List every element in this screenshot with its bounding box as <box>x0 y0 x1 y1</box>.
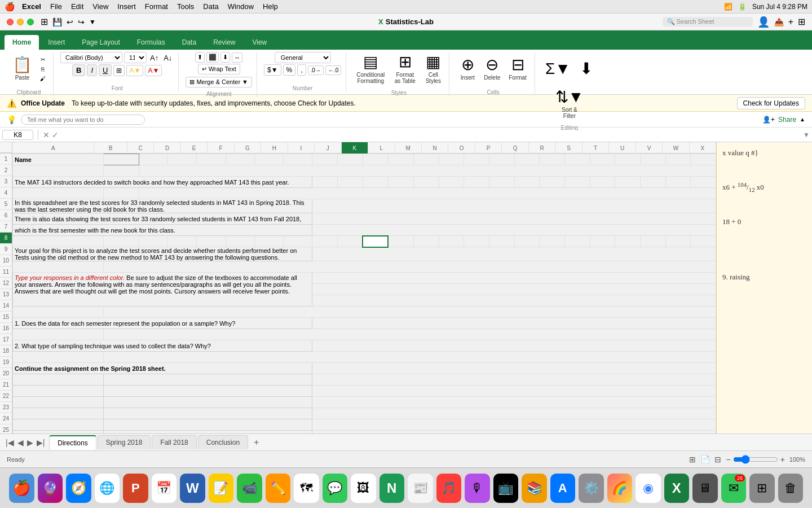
cell-a25[interactable] <box>13 431 104 434</box>
underline-button[interactable]: U <box>99 64 112 76</box>
cell-a24[interactable] <box>13 419 104 431</box>
row-header-16[interactable]: 16 <box>0 323 12 334</box>
cell-v1[interactable] <box>640 154 665 165</box>
col-header-k[interactable]: K <box>342 142 368 154</box>
font-grow-icon[interactable]: A↑ <box>148 53 160 63</box>
tab-formulas[interactable]: Formulas <box>129 35 173 50</box>
cell-m3[interactable] <box>413 177 439 188</box>
col-header-g[interactable]: G <box>235 142 261 154</box>
cell-a16[interactable] <box>13 329 104 340</box>
col-header-i[interactable]: I <box>288 142 315 154</box>
cell-a15-content[interactable]: 1. Does the data for each semester repre… <box>13 318 312 329</box>
cut-button[interactable]: ✂ <box>37 55 48 64</box>
cell-b8[interactable] <box>104 236 139 247</box>
confirm-formula-icon[interactable]: ✓ <box>52 130 59 139</box>
cell-a22[interactable] <box>13 397 104 408</box>
bold-button[interactable]: B <box>72 64 85 76</box>
cell-u8[interactable] <box>615 236 641 247</box>
cell-w8[interactable] <box>665 236 691 247</box>
tab-home[interactable]: Home <box>5 35 39 50</box>
row-header-24[interactable]: 24 <box>0 413 12 424</box>
col-header-c[interactable]: C <box>127 142 154 154</box>
page-break-view-icon[interactable]: ⊟ <box>714 455 721 464</box>
cell-j1[interactable] <box>338 154 363 165</box>
cell-n1[interactable] <box>439 154 464 165</box>
sheet-nav-prev[interactable]: ◀ <box>16 438 25 447</box>
tab-view[interactable]: View <box>244 35 275 50</box>
dock-music[interactable]: 🎵 <box>436 474 462 503</box>
col-header-s[interactable]: S <box>555 142 582 154</box>
cell-n8[interactable] <box>439 236 464 247</box>
dock-excel[interactable]: X <box>664 474 690 503</box>
cell-l3[interactable] <box>388 177 413 188</box>
add-sheet-icon[interactable]: + <box>788 17 793 27</box>
share-dropdown-icon[interactable]: ▲ <box>800 116 805 122</box>
col-header-a[interactable]: A <box>12 142 94 154</box>
cell-rest-23[interactable] <box>312 408 716 419</box>
increase-decimal-button[interactable]: .0→ <box>308 65 324 75</box>
cell-p3[interactable] <box>489 177 514 188</box>
dock-word[interactable]: W <box>180 474 205 503</box>
col-header-e[interactable]: E <box>181 142 208 154</box>
row-header-18[interactable]: 18 <box>0 345 12 357</box>
dock-siri[interactable]: 🔮 <box>38 474 63 503</box>
app-menu-insert[interactable]: Insert <box>117 2 136 11</box>
cell-rest-b21[interactable] <box>104 386 312 397</box>
dock-notes[interactable]: 📝 <box>209 474 234 503</box>
cell-rest-b22[interactable] <box>104 397 312 408</box>
cell-rest-b24[interactable] <box>104 419 312 431</box>
sheet-tab-directions[interactable]: Directions <box>49 435 96 450</box>
dock-trash[interactable]: 🗑 <box>778 474 804 503</box>
cell-n3[interactable] <box>439 177 464 188</box>
row-header-12[interactable]: 12 <box>0 278 12 289</box>
decrease-decimal-button[interactable]: ←.0 <box>325 65 341 75</box>
cell-o3[interactable] <box>464 177 489 188</box>
wrap-text-button[interactable]: ↵ Wrap Text <box>198 64 240 75</box>
cell-x8[interactable] <box>691 236 716 247</box>
cell-t1[interactable] <box>590 154 615 165</box>
autosum-button[interactable]: Σ▼ <box>542 52 574 86</box>
dock-news[interactable]: 📰 <box>408 474 433 503</box>
app-menu-file[interactable]: File <box>50 2 62 11</box>
cell-rest-25[interactable] <box>312 431 716 434</box>
close-button[interactable] <box>7 19 14 25</box>
row-header-23[interactable]: 23 <box>0 402 12 413</box>
cell-a8[interactable] <box>13 236 104 247</box>
dock-mail[interactable]: ✉ 26 <box>721 474 747 503</box>
zoom-slider[interactable] <box>733 455 778 464</box>
cell-a19-content[interactable]: Continue the assignment on the Spring 20… <box>13 363 312 374</box>
page-layout-view-icon[interactable]: 📄 <box>700 455 710 464</box>
row-header-8[interactable]: 8 <box>0 233 12 244</box>
normal-view-icon[interactable]: ⊞ <box>689 455 696 464</box>
align-middle-icon[interactable]: ⬛ <box>206 52 219 63</box>
sheet-nav-last[interactable]: ▶| <box>36 438 46 447</box>
merge-center-button[interactable]: ⊠ Merge & Center ▼ <box>186 77 252 87</box>
app-menu-help[interactable]: Help <box>263 2 278 11</box>
cell-i3[interactable] <box>312 177 338 188</box>
cell-e1[interactable] <box>197 154 226 165</box>
row-header-15[interactable]: 15 <box>0 312 12 323</box>
cell-a23[interactable] <box>13 408 104 419</box>
cell-rest-b25[interactable] <box>104 431 312 434</box>
cell-a21[interactable] <box>13 386 104 397</box>
cell-rest-11[interactable] <box>312 273 716 284</box>
sheet-tab-conclusion[interactable]: Conclusion <box>198 435 248 449</box>
cell-rest-4[interactable] <box>139 188 716 199</box>
cell-q1[interactable] <box>514 154 540 165</box>
cell-x1[interactable] <box>691 154 716 165</box>
col-header-o[interactable]: O <box>448 142 475 154</box>
cell-a14[interactable] <box>13 306 104 318</box>
cell-rest-16[interactable] <box>104 329 716 340</box>
zoom-in-icon[interactable]: + <box>780 455 785 464</box>
cell-rest-17[interactable] <box>312 340 716 352</box>
cell-k1[interactable] <box>363 154 388 165</box>
col-header-r[interactable]: R <box>529 142 555 154</box>
col-header-p[interactable]: P <box>475 142 502 154</box>
gallery-icon[interactable]: ⊞ <box>798 16 805 27</box>
conditional-formatting-button[interactable]: ▤ ConditionalFormatting <box>353 52 388 86</box>
row-header-19[interactable]: 19 <box>0 357 12 368</box>
cell-l8[interactable] <box>388 236 413 247</box>
number-format-selector[interactable]: General Number Currency Percentage <box>275 52 331 63</box>
account-icon[interactable]: 👤 <box>757 16 770 28</box>
sort-filter-button[interactable]: ⇅▼ Sort &Filter <box>552 87 588 121</box>
